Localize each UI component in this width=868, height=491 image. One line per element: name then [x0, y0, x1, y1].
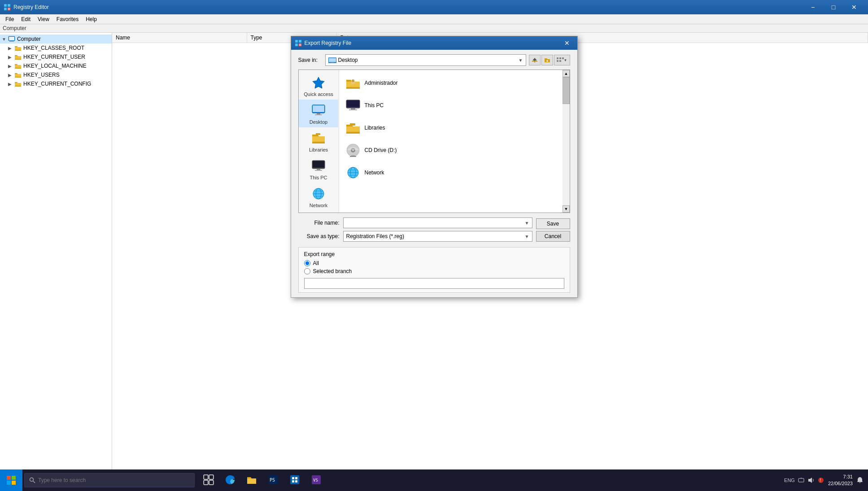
export-dialog: Export Registry File ✕ Save in: Desktop …	[291, 36, 578, 298]
quick-access-icon	[310, 74, 327, 91]
svg-rect-19	[557, 60, 558, 62]
radio-all-label: All	[313, 260, 319, 266]
file-item-name-cd-drive: CD Drive (D:)	[365, 147, 397, 153]
network-file-icon	[345, 165, 361, 181]
svg-rect-41	[349, 109, 357, 110]
svg-rect-10	[295, 43, 298, 46]
svg-rect-14	[331, 62, 334, 63]
svg-marker-21	[313, 77, 324, 88]
file-item-name-this-pc: This PC	[365, 102, 384, 109]
save-as-type-value: Registration Files (*.reg)	[346, 233, 525, 239]
nav-label-quick-access: Quick access	[304, 91, 333, 97]
branch-path-input[interactable]	[304, 278, 564, 289]
dropdown-arrow: ▼	[564, 58, 567, 62]
cancel-button[interactable]: Cancel	[536, 231, 570, 242]
form-buttons: Save Cancel	[536, 218, 570, 242]
radio-selected-branch[interactable]	[304, 268, 310, 274]
file-name-combo[interactable]: ▼	[343, 217, 532, 228]
nav-label-desktop: Desktop	[310, 119, 327, 125]
svg-rect-11	[299, 43, 301, 46]
scroll-thumb[interactable]	[563, 77, 570, 104]
scroll-track	[563, 77, 570, 205]
nav-label-network: Network	[310, 203, 327, 208]
save-as-type-row: Save as type: Registration Files (*.reg)…	[298, 231, 532, 242]
nav-label-libraries: Libraries	[309, 147, 328, 152]
svg-rect-16	[557, 57, 558, 59]
svg-rect-39	[347, 100, 359, 107]
dialog-close-button[interactable]: ✕	[560, 38, 574, 48]
user-folder-icon	[345, 75, 361, 91]
desktop-nav-icon	[310, 102, 327, 118]
form-fields: File name: ▼ Save as type: Registration …	[298, 217, 532, 244]
file-item-name-libraries: Libraries	[365, 125, 385, 131]
scroll-up-arrow[interactable]: ▲	[563, 70, 570, 77]
save-in-combo[interactable]: Desktop ▼	[325, 54, 526, 66]
file-item-libraries[interactable]: Libraries	[341, 117, 561, 139]
cd-drive-icon	[345, 142, 361, 158]
svg-rect-24	[317, 113, 320, 114]
radio-selected-row: Selected branch	[304, 268, 564, 274]
svg-rect-40	[351, 108, 355, 109]
svg-rect-25	[315, 114, 322, 115]
svg-rect-30	[315, 170, 322, 171]
network-nav-icon	[310, 186, 327, 202]
file-item-this-pc[interactable]: This PC	[341, 94, 561, 117]
dialog-overlay: Export Registry File ✕ Save in: Desktop …	[0, 0, 868, 491]
combo-arrow-icon: ▼	[519, 58, 523, 63]
new-folder-button[interactable]	[541, 55, 553, 65]
libraries-nav-icon	[310, 130, 327, 146]
svg-rect-42	[350, 123, 355, 126]
dialog-title-icon	[295, 39, 302, 47]
file-item-cd-drive[interactable]: CD Drive (D:)	[341, 139, 561, 161]
dialog-title-bar: Export Registry File ✕	[291, 36, 577, 50]
file-item-name-network: Network	[365, 169, 384, 176]
save-as-type-arrow[interactable]: ▼	[525, 234, 529, 239]
nav-item-this-pc[interactable]: This PC	[299, 155, 338, 183]
svg-rect-9	[299, 40, 301, 43]
file-item-network[interactable]: Network	[341, 161, 561, 184]
up-folder-button[interactable]	[529, 55, 541, 65]
file-name-input[interactable]	[346, 220, 525, 226]
scroll-down-arrow[interactable]: ▼	[563, 205, 570, 213]
save-in-label: Save in:	[298, 57, 325, 63]
save-as-type-combo[interactable]: Registration Files (*.reg) ▼	[343, 231, 532, 242]
file-name-dropdown-arrow[interactable]: ▼	[525, 221, 529, 226]
radio-selected-label: Selected branch	[313, 268, 352, 274]
svg-rect-47	[350, 156, 356, 157]
save-button[interactable]: Save	[536, 218, 570, 229]
file-item-administrador[interactable]: Administrador	[341, 72, 561, 94]
this-pc-nav-icon	[310, 158, 327, 174]
svg-rect-17	[559, 57, 561, 59]
view-options-button[interactable]: ▼	[554, 55, 570, 65]
save-as-type-label: Save as type:	[298, 233, 343, 239]
nav-item-libraries[interactable]: Libraries	[299, 127, 338, 155]
desktop-folder-icon	[328, 56, 336, 64]
nav-item-desktop[interactable]: Desktop	[299, 100, 338, 127]
sidebar-nav: Quick access Desktop	[299, 70, 339, 213]
file-list: Administrador This PC	[339, 70, 563, 213]
dialog-title-text: Export Registry File	[305, 40, 560, 46]
svg-rect-15	[532, 61, 537, 62]
save-in-combo-text: Desktop	[338, 57, 519, 63]
svg-rect-20	[559, 60, 561, 62]
file-name-label: File name:	[298, 220, 343, 226]
svg-rect-29	[317, 169, 320, 170]
save-in-toolbar: ▼	[529, 55, 570, 65]
radio-all-row: All	[304, 260, 564, 266]
this-pc-file-icon	[345, 97, 361, 113]
save-in-row: Save in: Desktop ▼	[298, 54, 570, 66]
file-item-name-administrador: Administrador	[365, 80, 398, 86]
export-range-title: Export range	[304, 251, 564, 257]
radio-all[interactable]	[304, 260, 310, 266]
file-browser: Quick access Desktop	[298, 70, 570, 213]
nav-label-this-pc: This PC	[310, 175, 327, 180]
svg-rect-23	[313, 105, 324, 112]
svg-rect-13	[328, 58, 336, 62]
svg-rect-8	[295, 40, 298, 43]
file-browser-scrollbar[interactable]: ▲ ▼	[563, 70, 570, 213]
file-name-row: File name: ▼	[298, 217, 532, 228]
svg-rect-28	[313, 161, 324, 168]
svg-rect-26	[316, 133, 320, 135]
nav-item-quick-access[interactable]: Quick access	[299, 72, 338, 100]
nav-item-network[interactable]: Network	[299, 183, 338, 211]
